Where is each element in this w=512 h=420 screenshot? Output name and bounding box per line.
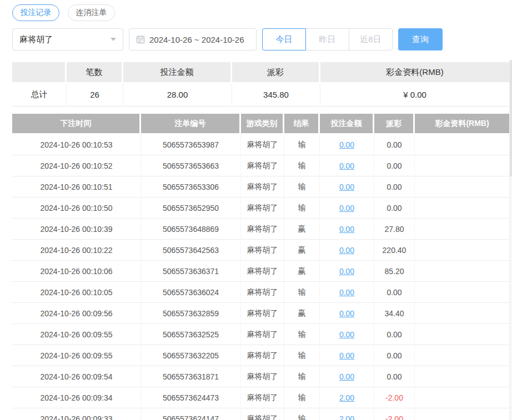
- header-payout: 派彩: [374, 114, 415, 134]
- payout-cell: 0.00: [374, 324, 415, 345]
- result-cell: 输: [284, 134, 320, 155]
- game-type-cell: 麻将胡了: [241, 366, 284, 387]
- bet-amount-link[interactable]: 0.00: [339, 246, 354, 255]
- bet-amount-cell: 0.00: [320, 155, 374, 176]
- order-no-cell: 5065573631871: [141, 366, 241, 387]
- bet-amount-link[interactable]: 0.00: [339, 225, 354, 234]
- bet-amount-link[interactable]: 0.00: [339, 330, 354, 339]
- bet-amount-cell: 0.00: [320, 134, 374, 155]
- bet-time-cell: 2024-10-26 00:10:39: [12, 219, 141, 240]
- bet-amount-link[interactable]: 0.00: [339, 351, 354, 360]
- bonus-cell: [415, 219, 509, 240]
- result-cell: 输: [284, 387, 320, 408]
- bet-amount-cell: 0.00: [320, 176, 374, 198]
- bet-amount-link[interactable]: 0.00: [339, 183, 354, 191]
- payout-cell: 0.00: [374, 345, 415, 366]
- game-type-cell: 麻将胡了: [241, 176, 284, 198]
- bet-time-cell: 2024-10-26 00:10:51: [12, 176, 141, 198]
- result-cell: 输: [284, 282, 320, 303]
- bet-time-cell: 2024-10-26 00:10:52: [12, 155, 141, 176]
- order-no-cell: 5065573648869: [141, 219, 241, 240]
- summary-header-bet-amount: 投注金额: [123, 62, 232, 83]
- bet-records-page: 投注记录 连消注单 麻将胡了 2024-10-26 ~ 2024-10-26: [0, 0, 512, 420]
- table-row: 2024-10-26 00:10:505065573652950麻将胡了输0.0…: [12, 198, 509, 219]
- bet-time-cell: 2024-10-26 00:09:33: [12, 408, 141, 420]
- header-bonus: 彩金资料(RMB): [415, 114, 509, 134]
- game-type-cell: 麻将胡了: [241, 134, 284, 155]
- header-bet-time: 下注时间: [12, 114, 141, 134]
- order-no-cell: 5065573652950: [141, 198, 241, 219]
- summary-table: 笔数 投注金额 派彩 彩金资料(RMB) 总计 26 28.00 345.80 …: [12, 62, 509, 107]
- top-tabs: 投注记录 连消注单: [12, 4, 512, 21]
- bet-time-cell: 2024-10-26 00:10:05: [12, 282, 141, 303]
- header-result: 结果: [284, 114, 320, 134]
- bet-amount-link[interactable]: 2.00: [339, 414, 354, 420]
- bet-amount-link[interactable]: 0.00: [339, 204, 354, 212]
- bet-amount-cell: 0.00: [320, 345, 374, 366]
- result-cell: 赢: [284, 240, 320, 261]
- table-row: 2024-10-26 00:09:545065573631871麻将胡了输0.0…: [12, 366, 509, 387]
- filter-bar: 麻将胡了 2024-10-26 ~ 2024-10-26 今日 昨日 近8日 查…: [12, 28, 512, 50]
- game-type-cell: 麻将胡了: [241, 408, 284, 420]
- result-cell: 赢: [284, 219, 320, 240]
- summary-total-label: 总计: [12, 83, 67, 107]
- order-no-cell: 5065573632859: [141, 303, 241, 324]
- result-cell: 输: [284, 324, 320, 345]
- game-type-cell: 麻将胡了: [241, 198, 284, 219]
- game-type-select[interactable]: 麻将胡了: [12, 28, 123, 50]
- quick-range-today[interactable]: 今日: [262, 28, 306, 50]
- tab-bet-records[interactable]: 投注记录: [12, 4, 59, 21]
- bet-amount-link[interactable]: 0.00: [339, 372, 354, 381]
- order-no-cell: 5065573636024: [141, 282, 241, 303]
- order-no-cell: 5065573653306: [141, 176, 241, 198]
- table-row: 2024-10-26 00:09:335065573624147麻将胡了输2.0…: [12, 408, 509, 420]
- order-no-cell: 5065573642563: [141, 240, 241, 261]
- table-row: 2024-10-26 00:10:525065573653663麻将胡了输0.0…: [12, 155, 509, 176]
- quick-range-last8days[interactable]: 近8日: [349, 28, 393, 50]
- bet-amount-cell: 0.00: [320, 219, 374, 240]
- game-type-cell: 麻将胡了: [241, 324, 284, 345]
- bet-amount-link[interactable]: 0.00: [339, 309, 354, 318]
- order-no-cell: 5065573636371: [141, 261, 241, 282]
- payout-cell: 0.00: [374, 155, 415, 176]
- payout-cell: 0.00: [374, 198, 415, 219]
- bonus-cell: [415, 345, 509, 366]
- bet-table-header-row: 下注时间 注单编号 游戏类别 结果 投注金额 派彩 彩金资料(RMB): [12, 114, 509, 134]
- order-no-cell: 5065573624147: [141, 408, 241, 420]
- vertical-scrollbar[interactable]: [509, 60, 512, 420]
- bet-table-body: 2024-10-26 00:10:535065573653987麻将胡了输0.0…: [12, 134, 509, 420]
- table-row: 2024-10-26 00:09:555065573632205麻将胡了输0.0…: [12, 345, 509, 366]
- summary-total-count: 26: [67, 83, 123, 107]
- payout-cell: 0.00: [374, 176, 415, 198]
- bet-amount-cell: 0.00: [320, 282, 374, 303]
- search-button[interactable]: 查询: [398, 28, 443, 50]
- date-range-input[interactable]: 2024-10-26 ~ 2024-10-26: [129, 28, 257, 50]
- payout-cell: 220.40: [374, 240, 415, 261]
- bet-amount-link[interactable]: 0.00: [339, 140, 354, 149]
- result-cell: 输: [284, 345, 320, 366]
- bet-amount-link[interactable]: 0.00: [339, 288, 354, 297]
- bet-time-cell: 2024-10-26 00:09:55: [12, 324, 141, 345]
- payout-cell: 27.80: [374, 219, 415, 240]
- calendar-icon: [136, 35, 145, 44]
- summary-header-empty: [12, 62, 67, 83]
- bet-amount-link[interactable]: 2.00: [339, 393, 354, 402]
- bonus-cell: [415, 366, 509, 387]
- tab-cancelled-orders[interactable]: 连消注单: [68, 4, 115, 21]
- result-cell: 输: [284, 366, 320, 387]
- table-row: 2024-10-26 00:10:055065573636024麻将胡了输0.0…: [12, 282, 509, 303]
- bonus-cell: [415, 198, 509, 219]
- game-type-cell: 麻将胡了: [241, 282, 284, 303]
- result-cell: 输: [284, 198, 320, 219]
- bonus-cell: [415, 134, 509, 155]
- scrollbar-thumb[interactable]: [510, 60, 512, 176]
- summary-header-payout: 派彩: [232, 62, 320, 83]
- bet-amount-link[interactable]: 0.00: [339, 267, 354, 276]
- bet-amount-link[interactable]: 0.00: [339, 161, 354, 170]
- quick-range-yesterday[interactable]: 昨日: [305, 28, 349, 50]
- payout-cell: 0.00: [374, 282, 415, 303]
- bonus-cell: [415, 155, 509, 176]
- summary-total-bonus: ¥ 0.00: [320, 83, 509, 107]
- result-cell: 输: [284, 155, 320, 176]
- result-cell: 输: [284, 176, 320, 198]
